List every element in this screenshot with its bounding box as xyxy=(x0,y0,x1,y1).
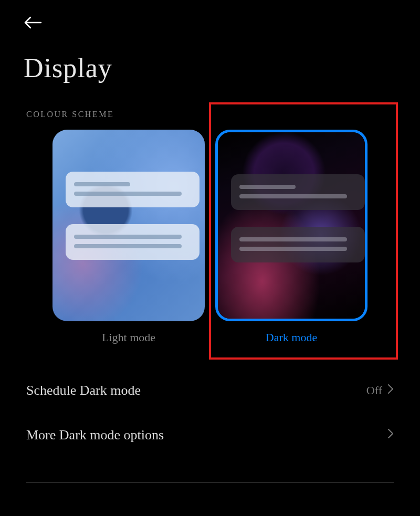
light-mode-preview xyxy=(52,130,205,321)
dark-mode-option[interactable]: Dark mode xyxy=(215,130,368,344)
chevron-right-icon xyxy=(387,383,394,397)
chevron-right-icon xyxy=(387,428,394,442)
dark-mode-preview xyxy=(215,130,368,321)
schedule-value: Off xyxy=(366,384,382,397)
light-mode-option[interactable]: Light mode xyxy=(52,130,205,344)
colour-scheme-cards: Light mode Dark mode xyxy=(0,130,420,344)
page-title: Display xyxy=(0,39,420,110)
section-label-colour-scheme: COLOUR SCHEME xyxy=(0,110,420,130)
schedule-label: Schedule Dark mode xyxy=(26,383,141,398)
back-arrow-icon[interactable] xyxy=(24,15,43,34)
divider xyxy=(26,482,394,483)
more-options-label: More Dark mode options xyxy=(26,427,164,443)
more-dark-mode-options-row[interactable]: More Dark mode options xyxy=(26,413,394,457)
schedule-dark-mode-row[interactable]: Schedule Dark mode Off xyxy=(26,368,394,413)
light-mode-label: Light mode xyxy=(102,331,155,344)
dark-mode-label: Dark mode xyxy=(266,331,317,344)
